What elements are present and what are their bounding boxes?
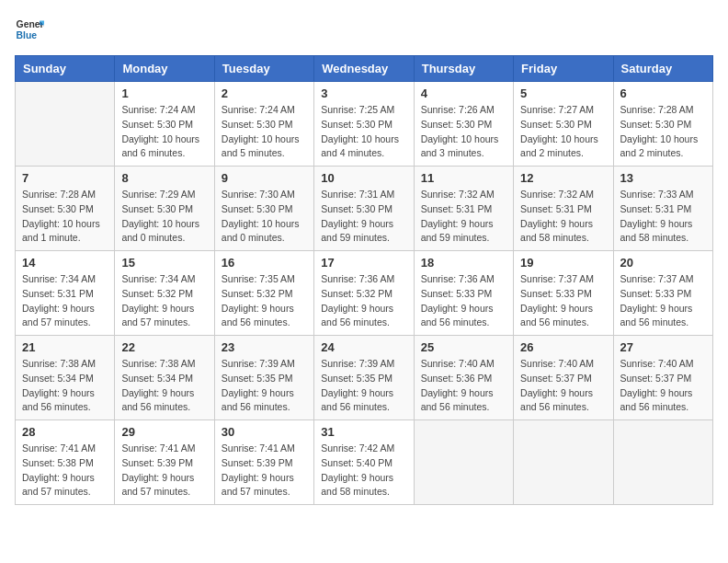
day-info: Sunrise: 7:40 AM Sunset: 5:37 PM Dayligh…	[620, 357, 706, 415]
day-info: Sunrise: 7:34 AM Sunset: 5:31 PM Dayligh…	[22, 272, 108, 330]
calendar-cell: 14Sunrise: 7:34 AM Sunset: 5:31 PM Dayli…	[16, 251, 115, 336]
day-info: Sunrise: 7:38 AM Sunset: 5:34 PM Dayligh…	[22, 357, 108, 415]
day-info: Sunrise: 7:31 AM Sunset: 5:30 PM Dayligh…	[321, 188, 406, 246]
calendar-cell	[414, 420, 513, 505]
column-header-sunday: Sunday	[16, 56, 115, 82]
day-info: Sunrise: 7:36 AM Sunset: 5:33 PM Dayligh…	[421, 272, 506, 330]
day-number: 12	[520, 171, 606, 185]
calendar-cell: 1Sunrise: 7:24 AM Sunset: 5:30 PM Daylig…	[115, 82, 214, 167]
day-number: 9	[222, 171, 307, 185]
calendar-cell: 17Sunrise: 7:36 AM Sunset: 5:32 PM Dayli…	[314, 251, 414, 336]
calendar-cell: 21Sunrise: 7:38 AM Sunset: 5:34 PM Dayli…	[16, 336, 115, 420]
day-number: 17	[321, 256, 406, 270]
day-info: Sunrise: 7:35 AM Sunset: 5:32 PM Dayligh…	[222, 272, 307, 330]
day-info: Sunrise: 7:30 AM Sunset: 5:30 PM Dayligh…	[222, 188, 307, 246]
day-info: Sunrise: 7:39 AM Sunset: 5:35 PM Dayligh…	[222, 357, 307, 415]
calendar-cell: 25Sunrise: 7:40 AM Sunset: 5:36 PM Dayli…	[414, 336, 513, 420]
day-number: 10	[321, 171, 406, 185]
calendar-cell: 16Sunrise: 7:35 AM Sunset: 5:32 PM Dayli…	[214, 251, 313, 336]
day-info: Sunrise: 7:41 AM Sunset: 5:39 PM Dayligh…	[222, 442, 307, 500]
day-number: 25	[421, 340, 506, 354]
calendar-cell: 19Sunrise: 7:37 AM Sunset: 5:33 PM Dayli…	[514, 251, 613, 336]
day-info: Sunrise: 7:28 AM Sunset: 5:30 PM Dayligh…	[22, 188, 108, 246]
day-info: Sunrise: 7:24 AM Sunset: 5:30 PM Dayligh…	[121, 103, 207, 161]
day-info: Sunrise: 7:40 AM Sunset: 5:36 PM Dayligh…	[421, 357, 506, 415]
day-info: Sunrise: 7:26 AM Sunset: 5:30 PM Dayligh…	[421, 103, 506, 161]
day-info: Sunrise: 7:24 AM Sunset: 5:30 PM Dayligh…	[222, 103, 307, 161]
day-number: 11	[421, 171, 506, 185]
day-number: 14	[22, 256, 108, 270]
calendar-cell: 20Sunrise: 7:37 AM Sunset: 5:33 PM Dayli…	[613, 251, 712, 336]
calendar-week-2: 7Sunrise: 7:28 AM Sunset: 5:30 PM Daylig…	[16, 167, 713, 251]
column-header-thursday: Thursday	[414, 56, 513, 82]
day-number: 30	[222, 425, 307, 439]
day-number: 5	[520, 86, 606, 100]
day-number: 23	[222, 340, 307, 354]
calendar-cell: 6Sunrise: 7:28 AM Sunset: 5:30 PM Daylig…	[613, 82, 712, 167]
day-info: Sunrise: 7:39 AM Sunset: 5:35 PM Dayligh…	[321, 357, 406, 415]
day-number: 13	[620, 171, 706, 185]
calendar-cell: 8Sunrise: 7:29 AM Sunset: 5:30 PM Daylig…	[115, 167, 214, 251]
logo: General Blue	[15, 15, 44, 44]
calendar-week-3: 14Sunrise: 7:34 AM Sunset: 5:31 PM Dayli…	[16, 251, 713, 336]
day-number: 4	[421, 86, 506, 100]
day-number: 24	[321, 340, 406, 354]
day-number: 2	[222, 86, 307, 100]
day-info: Sunrise: 7:33 AM Sunset: 5:31 PM Dayligh…	[620, 188, 706, 246]
calendar-cell: 26Sunrise: 7:40 AM Sunset: 5:37 PM Dayli…	[514, 336, 613, 420]
day-number: 3	[321, 86, 406, 100]
calendar-cell: 24Sunrise: 7:39 AM Sunset: 5:35 PM Dayli…	[314, 336, 414, 420]
day-number: 31	[321, 425, 406, 439]
day-number: 8	[121, 171, 207, 185]
calendar-cell: 31Sunrise: 7:42 AM Sunset: 5:40 PM Dayli…	[314, 420, 414, 505]
day-info: Sunrise: 7:41 AM Sunset: 5:39 PM Dayligh…	[121, 442, 207, 500]
day-number: 16	[222, 256, 307, 270]
day-info: Sunrise: 7:37 AM Sunset: 5:33 PM Dayligh…	[520, 272, 606, 330]
day-number: 20	[620, 256, 706, 270]
column-header-monday: Monday	[115, 56, 214, 82]
calendar-cell: 2Sunrise: 7:24 AM Sunset: 5:30 PM Daylig…	[214, 82, 313, 167]
calendar-cell	[613, 420, 712, 505]
svg-text:Blue: Blue	[17, 30, 38, 40]
calendar: SundayMondayTuesdayWednesdayThursdayFrid…	[15, 55, 713, 505]
calendar-cell: 23Sunrise: 7:39 AM Sunset: 5:35 PM Dayli…	[214, 336, 313, 420]
calendar-cell: 29Sunrise: 7:41 AM Sunset: 5:39 PM Dayli…	[115, 420, 214, 505]
day-info: Sunrise: 7:34 AM Sunset: 5:32 PM Dayligh…	[121, 272, 207, 330]
column-header-saturday: Saturday	[613, 56, 712, 82]
day-info: Sunrise: 7:32 AM Sunset: 5:31 PM Dayligh…	[520, 188, 606, 246]
day-info: Sunrise: 7:29 AM Sunset: 5:30 PM Dayligh…	[121, 188, 207, 246]
calendar-week-4: 21Sunrise: 7:38 AM Sunset: 5:34 PM Dayli…	[16, 336, 713, 420]
day-number: 1	[121, 86, 207, 100]
column-header-tuesday: Tuesday	[214, 56, 313, 82]
calendar-cell	[16, 82, 115, 167]
day-number: 19	[520, 256, 606, 270]
calendar-cell: 10Sunrise: 7:31 AM Sunset: 5:30 PM Dayli…	[314, 167, 414, 251]
day-number: 22	[121, 340, 207, 354]
day-number: 18	[421, 256, 506, 270]
day-number: 6	[620, 86, 706, 100]
calendar-cell: 28Sunrise: 7:41 AM Sunset: 5:38 PM Dayli…	[16, 420, 115, 505]
calendar-cell	[514, 420, 613, 505]
calendar-cell: 11Sunrise: 7:32 AM Sunset: 5:31 PM Dayli…	[414, 167, 513, 251]
day-number: 27	[620, 340, 706, 354]
calendar-cell: 18Sunrise: 7:36 AM Sunset: 5:33 PM Dayli…	[414, 251, 513, 336]
day-number: 28	[22, 425, 108, 439]
calendar-cell: 27Sunrise: 7:40 AM Sunset: 5:37 PM Dayli…	[613, 336, 712, 420]
calendar-cell: 13Sunrise: 7:33 AM Sunset: 5:31 PM Dayli…	[613, 167, 712, 251]
calendar-cell: 9Sunrise: 7:30 AM Sunset: 5:30 PM Daylig…	[214, 167, 313, 251]
calendar-cell: 3Sunrise: 7:25 AM Sunset: 5:30 PM Daylig…	[314, 82, 414, 167]
calendar-cell: 22Sunrise: 7:38 AM Sunset: 5:34 PM Dayli…	[115, 336, 214, 420]
day-number: 21	[22, 340, 108, 354]
page-header: General Blue	[15, 15, 713, 44]
logo-icon: General Blue	[15, 15, 44, 44]
calendar-header-row: SundayMondayTuesdayWednesdayThursdayFrid…	[16, 56, 713, 82]
day-info: Sunrise: 7:27 AM Sunset: 5:30 PM Dayligh…	[520, 103, 606, 161]
day-info: Sunrise: 7:40 AM Sunset: 5:37 PM Dayligh…	[520, 357, 606, 415]
day-number: 7	[22, 171, 108, 185]
day-info: Sunrise: 7:25 AM Sunset: 5:30 PM Dayligh…	[321, 103, 406, 161]
calendar-cell: 5Sunrise: 7:27 AM Sunset: 5:30 PM Daylig…	[514, 82, 613, 167]
day-info: Sunrise: 7:32 AM Sunset: 5:31 PM Dayligh…	[421, 188, 506, 246]
day-number: 26	[520, 340, 606, 354]
day-info: Sunrise: 7:38 AM Sunset: 5:34 PM Dayligh…	[121, 357, 207, 415]
calendar-cell: 15Sunrise: 7:34 AM Sunset: 5:32 PM Dayli…	[115, 251, 214, 336]
